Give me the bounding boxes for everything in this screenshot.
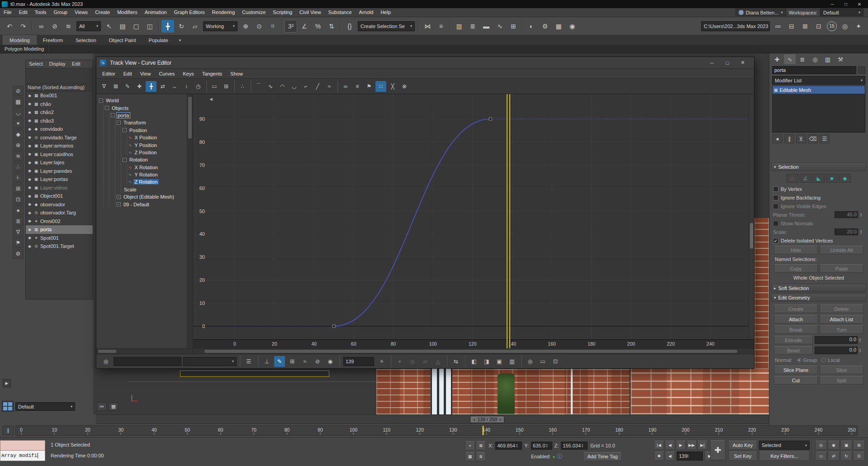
- checkbox-show-normals[interactable]: [773, 221, 778, 226]
- user-account-dropdown[interactable]: Diana Betten... ▾: [735, 9, 786, 16]
- button-bevel[interactable]: Bevel: [774, 346, 813, 355]
- show-tangents-toggle[interactable]: ╳: [387, 81, 398, 92]
- menu-create[interactable]: Create: [91, 8, 114, 17]
- tree-expander[interactable]: −: [123, 158, 127, 162]
- eye-icon[interactable]: ◉: [27, 119, 32, 123]
- menu-help[interactable]: Help: [377, 8, 394, 17]
- scene-object-row-porta[interactable]: ◉▦porta: [26, 225, 93, 234]
- isolate-button[interactable]: ⊟: [785, 20, 798, 33]
- explorer-menu-edit[interactable]: Edit: [69, 60, 84, 68]
- keyboard-shortcut-override-toggle[interactable]: ⌗: [266, 20, 279, 33]
- tree-expander[interactable]: −: [99, 99, 103, 103]
- progressive-display-toggle[interactable]: ≣: [476, 452, 486, 461]
- toggle-ribbon-button[interactable]: ▬: [480, 20, 493, 33]
- add-key-button[interactable]: ✚: [710, 440, 726, 460]
- curve-editor-button[interactable]: ∿: [493, 20, 506, 33]
- y-coordinate-field[interactable]: 635.0▴▾: [531, 442, 552, 450]
- curve-graph-area[interactable]: 9080706050403020100 ◀: [193, 94, 754, 339]
- zoom-viewport-button[interactable]: ◎: [815, 441, 827, 450]
- scene-object-row-layer-caixilhos[interactable]: ◉▣Layer:caixilhos: [26, 150, 93, 159]
- eye-icon[interactable]: ◉: [27, 236, 32, 240]
- track-row-scale[interactable]: Scale: [96, 186, 187, 193]
- key-value-icon[interactable]: ✧: [376, 356, 387, 367]
- eye-icon[interactable]: ◉: [27, 219, 32, 223]
- set-key-button[interactable]: Set Key: [728, 452, 757, 461]
- spinner-arrows[interactable]: ▴▾: [516, 443, 520, 448]
- scene-explorer-config-button[interactable]: ≔: [97, 402, 107, 411]
- display-geometry-icon[interactable]: ▦: [13, 97, 24, 107]
- spinner-arrows[interactable]: ▴▾: [546, 443, 550, 448]
- soft-curves-toggle[interactable]: ≈: [299, 356, 310, 367]
- select-and-scale-button[interactable]: ▱: [189, 20, 201, 33]
- adaptive-degradation-toggle[interactable]: ▦: [465, 452, 475, 461]
- ribbon-tab-selection[interactable]: Selection: [69, 36, 102, 45]
- scene-object-row-layer-portas[interactable]: ◉▣Layer:portas: [26, 175, 93, 184]
- spinner-extrude[interactable]: 0.0: [815, 336, 858, 344]
- tree-hscrollbar[interactable]: [96, 349, 193, 354]
- display-bones-icon[interactable]: ⊦: [13, 173, 24, 183]
- pan-tool-button[interactable]: ⇆: [451, 356, 461, 367]
- select-and-manipulate-button[interactable]: ⊙: [253, 20, 266, 33]
- tangents-step-button[interactable]: ⌐: [300, 81, 311, 92]
- zoom-region-button[interactable]: ▭: [815, 452, 827, 461]
- button-hide[interactable]: Hide: [774, 246, 818, 254]
- lock-selection-toggle[interactable]: ⊠: [110, 81, 121, 92]
- zoom-all-button[interactable]: ◉: [828, 441, 840, 450]
- track-row-transform[interactable]: −Transform: [96, 119, 187, 126]
- previous-frame-button[interactable]: ◀: [665, 441, 675, 450]
- track-row-rotation[interactable]: −Rotation: [96, 156, 187, 163]
- viewport-brick-sliver[interactable]: [754, 218, 769, 369]
- tangents-auto-button[interactable]: ⌒: [253, 81, 264, 92]
- align-button[interactable]: ≡: [435, 20, 447, 33]
- configure-modifier-sets-button[interactable]: ☰: [820, 134, 830, 143]
- tv-menu-show[interactable]: Show: [226, 71, 247, 76]
- track-row-y-position[interactable]: ∿Y Position: [96, 141, 187, 148]
- select-object-button[interactable]: ↖: [103, 20, 115, 33]
- tangents-smooth-button[interactable]: ≈: [324, 81, 335, 92]
- menu-file[interactable]: File: [0, 8, 15, 17]
- tv-menu-view[interactable]: View: [136, 71, 155, 76]
- draw-curves-button[interactable]: ✎: [122, 81, 133, 92]
- button-slice-plane[interactable]: Slice Plane: [774, 366, 818, 374]
- menu-customize[interactable]: Customize: [238, 8, 269, 17]
- eye-icon[interactable]: ◉: [27, 135, 32, 139]
- tree-expander[interactable]: +: [117, 195, 121, 199]
- arnold-render-button[interactable]: ✦: [852, 20, 865, 33]
- viewport-perspective[interactable]: [630, 369, 769, 414]
- move-keys-button[interactable]: ╋: [146, 81, 157, 92]
- current-frame-field[interactable]: 139▴▾: [677, 452, 703, 461]
- show-keyable-icons-toggle[interactable]: ⚑: [364, 81, 375, 92]
- spinner-snap-toggle[interactable]: ⇅: [325, 20, 338, 33]
- region-tool-button[interactable]: ⌖: [394, 356, 405, 367]
- modifier-stack[interactable]: ▦Editable Mesh: [772, 86, 865, 133]
- track-set-field[interactable]: [114, 357, 181, 366]
- button-cut[interactable]: Cut: [774, 376, 818, 385]
- scrollbar-handle[interactable]: [188, 97, 192, 138]
- scene-object-row-ch-o2[interactable]: ◉▦chão2: [26, 108, 93, 117]
- button-extrude[interactable]: Extrude: [774, 336, 813, 344]
- explorer-settings-icon[interactable]: ⚙: [13, 249, 24, 259]
- draw-ghost-toggle[interactable]: ✎: [274, 356, 285, 367]
- pin-stack-button[interactable]: ●: [773, 134, 783, 143]
- buffer-curves-button[interactable]: ≡: [352, 81, 363, 92]
- tv-menu-tangents[interactable]: Tangents: [198, 71, 227, 76]
- select-by-name-button[interactable]: ▤: [116, 20, 129, 33]
- checkbox-delete-isolated-vertices[interactable]: ✓: [773, 238, 778, 243]
- track-row-z-position[interactable]: ∿Z Position: [96, 149, 187, 156]
- scene-object-row-convidado[interactable]: ◉◆convidado: [26, 125, 93, 133]
- button-attach[interactable]: Attach: [774, 315, 818, 323]
- viewport-left[interactable]: [96, 369, 376, 414]
- bind-to-space-warp-button[interactable]: ≋: [62, 20, 75, 33]
- remove-modifier-button[interactable]: ⌫: [808, 134, 818, 143]
- menu-tools[interactable]: Tools: [31, 8, 50, 17]
- scene-object-row-box001[interactable]: ◉▦Box001: [26, 91, 93, 100]
- next-frame-button[interactable]: ▶▶: [687, 441, 697, 450]
- render-flyout-button[interactable]: ◎: [839, 20, 851, 33]
- curve-graph[interactable]: 9080706050403020100: [193, 94, 754, 339]
- display-xrefs-icon[interactable]: ⊡: [13, 195, 24, 204]
- show-values-toggle[interactable]: ⊞: [287, 356, 298, 367]
- tangents-fast-button[interactable]: ◠: [277, 81, 288, 92]
- checkbox-by-vertex[interactable]: [773, 186, 778, 192]
- modifier-list-dropdown[interactable]: Modifier List ▾: [772, 76, 865, 85]
- eye-icon[interactable]: ◉: [27, 102, 32, 106]
